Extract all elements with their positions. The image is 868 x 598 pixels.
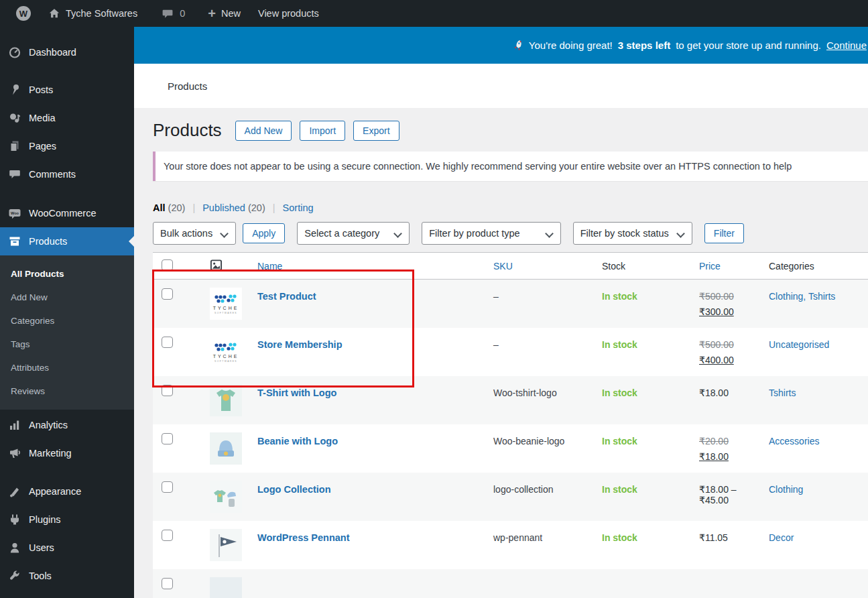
product-name-link[interactable]: WordPress Pennant	[257, 532, 350, 543]
apply-button[interactable]: Apply	[243, 223, 285, 243]
export-button[interactable]: Export	[353, 121, 399, 141]
price-column-header[interactable]: Price	[699, 261, 721, 272]
product-categories-link[interactable]: Tshirts	[769, 387, 796, 398]
category-filter-select[interactable]: Select a category	[297, 222, 410, 245]
products-box-icon	[8, 235, 21, 248]
product-name-link[interactable]: Store Membership	[257, 339, 343, 350]
dashboard-icon	[8, 46, 21, 59]
setup-progress-banner: You're doing great! 3 steps left to get …	[134, 27, 868, 64]
row-checkbox[interactable]	[162, 337, 173, 348]
pages-icon	[8, 139, 21, 153]
submenu-item-categories[interactable]: Categories	[0, 309, 134, 333]
row-checkbox[interactable]	[162, 530, 173, 541]
product-type-filter-select[interactable]: Filter by product type	[422, 222, 560, 245]
megaphone-icon	[8, 446, 21, 460]
table-row: Beanie with Logo Woo-beanie-logo In stoc…	[153, 424, 868, 473]
plus-icon: +	[208, 7, 216, 20]
sidebar-item-media[interactable]: Media	[0, 104, 134, 132]
product-categories-link[interactable]: Decor	[769, 532, 794, 543]
sidebar-item-users[interactable]: Users	[0, 534, 134, 562]
sidebar-item-products[interactable]: Products	[0, 227, 134, 255]
sidebar-item-woocommerce[interactable]: Woo WooCommerce	[0, 199, 134, 227]
table-header-row: Name SKU Stock Price Categories	[153, 253, 868, 280]
bulk-actions-select[interactable]: Bulk actions	[153, 222, 236, 245]
categories-column-header: Categories	[769, 261, 814, 272]
view-published-link[interactable]: Published	[202, 202, 245, 213]
product-thumbnail[interactable]	[210, 481, 242, 513]
product-price: ₹500.00 ₹300.00	[699, 280, 766, 317]
name-column-header[interactable]: Name	[257, 261, 282, 272]
product-thumbnail[interactable]	[210, 384, 242, 416]
sidebar-item-pages[interactable]: Pages	[0, 132, 134, 160]
site-name-label: Tyche Softwares	[66, 8, 137, 19]
new-menu[interactable]: + New	[201, 0, 247, 27]
new-label: New	[221, 8, 241, 19]
product-price: ₹18.00 – ₹45.00	[699, 473, 766, 505]
view-sorting-link[interactable]: Sorting	[283, 202, 314, 213]
admin-sidebar: Dashboard Posts Media Pages Comments	[0, 27, 134, 598]
sidebar-item-appearance[interactable]: Appearance	[0, 477, 134, 505]
product-categories-link[interactable]: Accessories	[769, 436, 819, 446]
submenu-item-add-new[interactable]: Add New	[0, 286, 134, 309]
product-categories-link[interactable]: Clothing	[769, 484, 803, 495]
select-all-checkbox[interactable]	[162, 259, 173, 271]
product-thumbnail[interactable]	[210, 577, 242, 598]
row-checkbox[interactable]	[162, 481, 173, 493]
page-title: Products	[153, 120, 222, 141]
product-categories-link[interactable]: Clothing, Tshirts	[769, 291, 835, 302]
image-column-icon	[210, 263, 223, 274]
wordpress-logo-menu[interactable]: W	[9, 0, 38, 27]
submenu-item-all-products[interactable]: All Products	[0, 262, 134, 286]
product-thumbnail[interactable]: TYCHESOFTWARES	[210, 288, 242, 320]
sidebar-item-dashboard[interactable]: Dashboard	[0, 38, 134, 66]
sidebar-item-marketing[interactable]: Marketing	[0, 439, 134, 467]
submenu-item-tags[interactable]: Tags	[0, 333, 134, 356]
sidebar-item-analytics[interactable]: Analytics	[0, 411, 134, 439]
row-checkbox[interactable]	[162, 288, 173, 300]
row-checkbox[interactable]	[162, 578, 173, 589]
sidebar-item-plugins[interactable]: Plugins	[0, 505, 134, 534]
add-new-button[interactable]: Add New	[235, 121, 292, 141]
filter-button[interactable]: Filter	[704, 223, 744, 243]
product-thumbnail[interactable]	[210, 529, 242, 561]
media-icon	[8, 111, 21, 125]
svg-text:TYCHE: TYCHE	[213, 306, 239, 310]
comments-menu[interactable]: 0	[155, 0, 192, 27]
sidebar-item-label: Tools	[29, 571, 52, 581]
banner-continue-link[interactable]: Continue	[826, 40, 867, 51]
view-products-label: View products	[258, 8, 319, 19]
sidebar-item-posts[interactable]: Posts	[0, 76, 134, 104]
product-name-link[interactable]: Test Product	[257, 291, 316, 302]
row-checkbox[interactable]	[162, 433, 173, 444]
product-price: ₹500.00 ₹400.00	[699, 328, 766, 365]
view-all-link[interactable]: All	[153, 202, 166, 213]
view-all-count: (20)	[168, 202, 186, 213]
view-products-menu[interactable]: View products	[251, 0, 326, 27]
stock-status-filter-select[interactable]: Filter by stock status	[573, 222, 692, 245]
import-button[interactable]: Import	[300, 121, 345, 141]
view-published-count: (20)	[248, 202, 265, 213]
product-thumbnail[interactable]	[210, 432, 242, 465]
sku-column-header[interactable]: SKU	[493, 261, 513, 272]
site-name-menu[interactable]: Tyche Softwares	[42, 0, 144, 27]
product-name-link[interactable]: Beanie with Logo	[257, 436, 338, 446]
product-thumbnail[interactable]: TYCHESOFTWARES	[210, 336, 242, 368]
sidebar-item-tools[interactable]: Tools	[0, 562, 134, 590]
sidebar-item-label: Media	[29, 113, 56, 123]
row-checkbox[interactable]	[162, 385, 173, 396]
product-sku: Woo-tshirt-logo	[488, 376, 602, 398]
home-icon	[48, 7, 60, 19]
submenu-item-reviews[interactable]: Reviews	[0, 379, 134, 403]
product-name-link[interactable]: T-Shirt with Logo	[257, 387, 336, 398]
submenu-item-attributes[interactable]: Attributes	[0, 356, 134, 379]
product-name-link[interactable]: Logo Collection	[257, 484, 331, 495]
sidebar-item-comments[interactable]: Comments	[0, 160, 134, 188]
table-row: TYCHESOFTWARES Test Product – In stock ₹…	[153, 280, 868, 328]
sidebar-item-label: Comments	[29, 169, 76, 180]
sidebar-item-label: Dashboard	[29, 47, 76, 58]
plug-icon	[8, 513, 21, 526]
product-categories-link[interactable]: Uncategorised	[769, 339, 829, 350]
sidebar-item-label: Plugins	[29, 514, 61, 525]
product-sku: –	[488, 280, 602, 302]
svg-text:TYCHE: TYCHE	[213, 354, 239, 359]
